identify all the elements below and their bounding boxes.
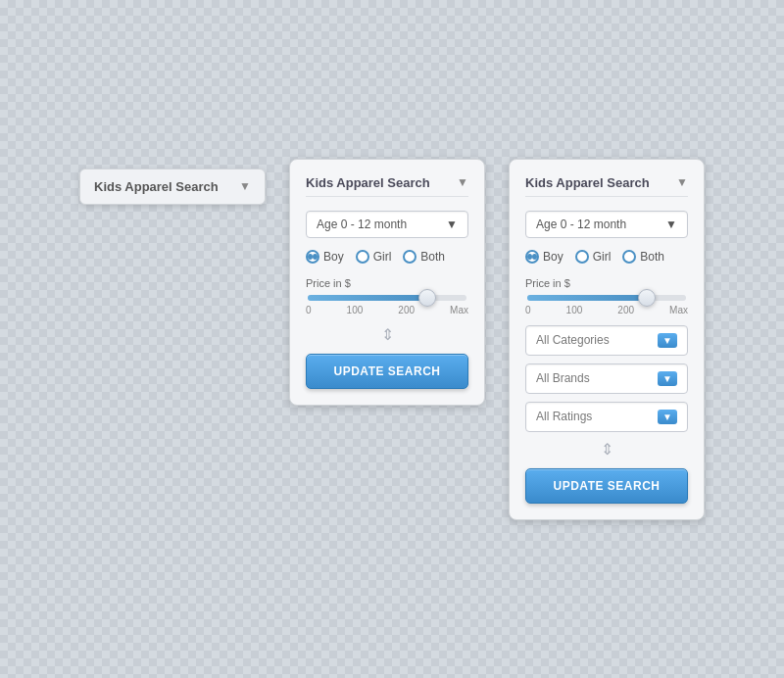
radio-both-label-small: Both: [420, 250, 445, 264]
card-header-large: Kids Apparel Search ▼: [525, 175, 688, 197]
resize-icon-small: ⇕: [381, 325, 394, 344]
radio-boy-btn-large[interactable]: [525, 250, 539, 264]
price-label-large: Price in $: [525, 277, 688, 289]
gender-radio-group-small: Boy Girl Both: [306, 250, 468, 264]
slider-max-small: Max: [450, 305, 468, 315]
radio-both-label-large: Both: [640, 250, 664, 264]
widget-collapsed[interactable]: Kids Apparel Search ▼: [79, 169, 266, 205]
radio-girl-small[interactable]: Girl: [356, 250, 392, 264]
resize-handle-small[interactable]: ⇕: [306, 325, 468, 344]
radio-girl-label-small: Girl: [373, 250, 392, 264]
widget-small: Kids Apparel Search ▼ Age 0 - 12 month ▼…: [289, 159, 485, 406]
age-dropdown-small[interactable]: Age 0 - 12 month ▼: [306, 211, 468, 238]
slider-fill-small: [308, 295, 427, 301]
radio-girl-label-large: Girl: [593, 250, 612, 264]
ratings-arrow-icon: ▼: [658, 410, 677, 424]
radio-girl-large[interactable]: Girl: [575, 250, 612, 264]
slider-track-large: [527, 295, 686, 301]
age-dropdown-label-small: Age 0 - 12 month: [317, 218, 407, 231]
radio-girl-btn-small[interactable]: [356, 250, 369, 264]
radio-both-large[interactable]: Both: [622, 250, 664, 264]
ratings-label: All Ratings: [536, 410, 592, 423]
scene: Kids Apparel Search ▼ Kids Apparel Searc…: [60, 139, 724, 540]
radio-boy-large[interactable]: Boy: [525, 250, 564, 264]
price-slider-large[interactable]: [525, 295, 688, 301]
radio-boy-label-small: Boy: [323, 250, 344, 264]
price-slider-small[interactable]: [306, 295, 468, 301]
collapsed-chevron-icon: ▼: [239, 179, 251, 193]
price-label-small: Price in $: [306, 277, 468, 289]
brands-label: All Brands: [536, 371, 590, 385]
card-title-large: Kids Apparel Search: [525, 175, 650, 190]
slider-mid2-large: 200: [617, 305, 634, 315]
slider-mid2-small: 200: [398, 305, 415, 315]
resize-icon-large: ⇕: [601, 440, 613, 459]
slider-mid1-small: 100: [347, 305, 364, 315]
slider-labels-large: 0 100 200 Max: [525, 305, 688, 315]
card-chevron-small-icon: ▼: [457, 175, 468, 189]
radio-boy-btn-small[interactable]: [306, 250, 319, 264]
slider-thumb-small[interactable]: [418, 289, 436, 307]
slider-min-small: 0: [306, 305, 312, 315]
slider-max-large: Max: [669, 305, 688, 315]
slider-thumb-large[interactable]: [638, 289, 656, 307]
slider-track-small: [308, 295, 466, 301]
slider-min-large: 0: [525, 305, 531, 315]
radio-both-btn-large[interactable]: [622, 250, 636, 264]
radio-boy-small[interactable]: Boy: [306, 250, 344, 264]
ratings-dropdown[interactable]: All Ratings ▼: [525, 402, 688, 432]
age-dropdown-label-large: Age 0 - 12 month: [536, 218, 626, 231]
resize-handle-large[interactable]: ⇕: [525, 440, 688, 459]
collapsed-title: Kids Apparel Search: [94, 179, 219, 194]
radio-both-small[interactable]: Both: [403, 250, 445, 264]
age-dropdown-arrow-large-icon: ▼: [665, 218, 677, 231]
slider-labels-small: 0 100 200 Max: [306, 305, 468, 315]
categories-dropdown[interactable]: All Categories ▼: [525, 325, 688, 356]
radio-both-btn-small[interactable]: [403, 250, 416, 264]
gender-radio-group-large: Boy Girl Both: [525, 250, 688, 264]
radio-girl-btn-large[interactable]: [575, 250, 589, 264]
age-dropdown-arrow-small-icon: ▼: [446, 218, 458, 231]
age-dropdown-large[interactable]: Age 0 - 12 month ▼: [525, 211, 688, 238]
widget-large: Kids Apparel Search ▼ Age 0 - 12 month ▼…: [509, 159, 705, 520]
slider-fill-large: [527, 295, 647, 301]
card-header-small: Kids Apparel Search ▼: [306, 175, 468, 197]
update-search-button-small[interactable]: UPDATE SEARCH: [306, 354, 468, 389]
card-title-small: Kids Apparel Search: [306, 175, 430, 190]
categories-label: All Categories: [536, 333, 610, 347]
brands-dropdown[interactable]: All Brands ▼: [525, 363, 688, 394]
radio-boy-label-large: Boy: [543, 250, 564, 264]
brands-arrow-icon: ▼: [658, 371, 677, 386]
slider-mid1-large: 100: [566, 305, 583, 315]
card-chevron-large-icon: ▼: [676, 175, 688, 189]
update-search-button-large[interactable]: UPDATE SEARCH: [525, 468, 688, 504]
categories-arrow-icon: ▼: [658, 333, 677, 348]
